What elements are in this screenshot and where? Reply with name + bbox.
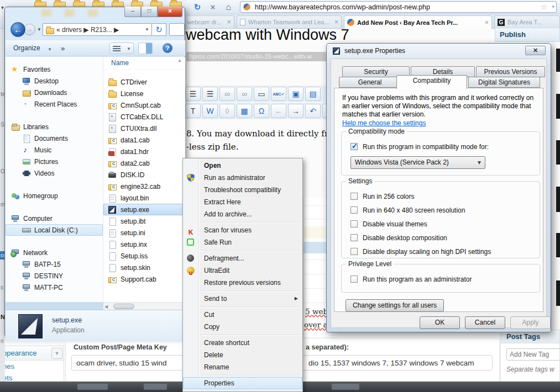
sidebar-item-destiny[interactable]: DESTINY — [6, 270, 103, 282]
url-dropdown-icon[interactable]: ▾ — [552, 4, 554, 9]
sidebar-item-favorites[interactable]: Favorites — [6, 63, 103, 75]
sidebar-item-music[interactable]: Music — [6, 144, 103, 156]
checkbox-disable-visual-themes[interactable] — [350, 220, 358, 227]
ok-button[interactable]: OK — [420, 316, 460, 329]
tab-close-icon[interactable]: × — [227, 18, 231, 26]
add-new-tag-input[interactable] — [506, 348, 560, 361]
sidebar-item-downloads[interactable]: Downloads — [6, 87, 103, 98]
file-row-data2-cab[interactable]: data2.cab — [103, 157, 185, 169]
file-row-engine32-cab[interactable]: engine32.cab — [103, 181, 185, 192]
editor-align-right-button[interactable]: ☰ — [202, 87, 218, 101]
file-row-license[interactable]: License — [103, 88, 185, 99]
checkbox-disable-display-scaling-on-high-dpi-settings[interactable] — [350, 248, 358, 255]
compatibility-mode-checkbox[interactable] — [350, 143, 358, 150]
address-dropdown-icon[interactable]: ▼ — [145, 27, 149, 32]
sidebar-item-batp-15[interactable]: BATP-15 — [6, 258, 103, 270]
menu-item-ultraedit[interactable]: UltraEdit — [183, 264, 302, 277]
toolbar-overflow-chevron[interactable]: » — [61, 40, 65, 56]
editor-indent-button[interactable]: → — [288, 104, 303, 118]
file-row-setup-ini[interactable]: setup.ini — [103, 227, 185, 239]
home-icon[interactable]: ⌂ — [222, 2, 234, 13]
forward-button[interactable]: → — [24, 24, 35, 35]
menu-item-extract-here[interactable]: Extract Here — [183, 196, 302, 208]
scrollbar-thumb[interactable] — [113, 304, 134, 309]
sidebar-item-recent-places[interactable]: Recent Places — [6, 98, 103, 110]
menu-item-copy[interactable]: Copy — [183, 321, 302, 333]
url-bar[interactable]: http://www.bayareatechpros.com/wp-admin/… — [240, 1, 557, 13]
sidebar-item-libraries[interactable]: Libraries — [6, 121, 103, 133]
file-row-disk-id[interactable]: DISK.ID — [103, 169, 185, 181]
file-row-data1-hdr[interactable]: data1.hdr — [103, 146, 185, 157]
sidebar-item-desktop[interactable]: Desktop — [6, 75, 103, 87]
scroll-up-icon[interactable]: ▲ — [177, 58, 182, 63]
help-button[interactable]: ? — [163, 43, 172, 53]
search-box[interactable] — [169, 23, 185, 36]
menu-item-add-to-archive[interactable]: Add to archive... — [183, 208, 302, 220]
dialog-tab-previous-versions[interactable]: Previous Versions — [476, 66, 545, 77]
editor-kitchen-sink-button[interactable]: ▤ — [305, 87, 321, 101]
sidebar-item-computer[interactable]: Computer — [6, 213, 103, 224]
menu-item-delete[interactable]: Delete — [183, 349, 302, 361]
dialog-tab-digital-signatures[interactable]: Digital Signatures — [468, 77, 540, 88]
editor-paste-word-button[interactable]: W — [202, 104, 218, 118]
sidebar-item-pictures[interactable]: Pictures — [6, 156, 103, 167]
minimize-button[interactable]: – — [124, 7, 141, 17]
file-row-setup-iss[interactable]: Setup.iss — [103, 250, 185, 262]
file-row-layout-bin[interactable]: layout.bin — [103, 192, 185, 204]
menu-item-send-to[interactable]: Send to▶ — [183, 293, 302, 305]
address-bar[interactable]: « drivers ▶ R213... ▶ ▼ — [43, 23, 152, 36]
dialog-tab-compatibility[interactable]: Compatibility — [396, 75, 467, 89]
checkbox-run-in-640-x-480-screen-resolution[interactable] — [350, 206, 358, 214]
menu-item-open[interactable]: Open — [183, 160, 302, 172]
run-as-administrator-checkbox[interactable] — [350, 276, 358, 283]
menu-item-rename[interactable]: Rename — [183, 361, 302, 373]
sidebar-item-homegroup[interactable]: Homegroup — [6, 190, 103, 202]
refresh-button[interactable]: ↻ — [152, 23, 166, 36]
file-row-setup-skin[interactable]: setup.skin — [103, 262, 185, 273]
reload-icon[interactable]: ↻ — [191, 2, 203, 13]
dialog-close-button[interactable]: ✕ — [525, 46, 546, 55]
apply-button[interactable]: Apply — [510, 316, 551, 329]
menu-item-cut[interactable]: Cut — [183, 309, 302, 321]
editor-paste-text-button[interactable]: T — [185, 104, 201, 118]
sidebar-item-local-disk-c[interactable]: Local Disk (C:) — [6, 224, 103, 236]
appearance-item[interactable]: nes — [1, 361, 64, 372]
editor-link-button[interactable]: ∞ — [219, 87, 235, 101]
file-row-support-cab[interactable]: Support.cab — [103, 273, 185, 285]
file-row-setup-exe[interactable]: setup.exe — [103, 204, 185, 215]
sidebar-item-videos[interactable]: Videos — [6, 167, 103, 179]
organize-button[interactable]: Organize — [13, 40, 40, 56]
file-row-setup-ibt[interactable]: setup.ibt — [103, 215, 185, 227]
editor-align-center-button[interactable]: ☰ — [185, 87, 201, 101]
editor-insert-media-button[interactable]: ▦ — [237, 104, 252, 118]
horizontal-scrollbar[interactable]: ◀ — [103, 302, 185, 310]
close-button[interactable]: × — [158, 7, 182, 17]
preview-pane-button[interactable] — [138, 43, 153, 54]
sidebar-item-matt-pc[interactable]: MATT-PC — [6, 282, 103, 293]
editor-special-char-button[interactable]: Ω — [254, 104, 269, 118]
change-settings-all-users-button[interactable]: Change settings for all users — [346, 299, 444, 312]
editor-spellcheck-button[interactable]: ABC✓ — [271, 87, 286, 101]
scroll-left-icon[interactable]: ◀ — [104, 304, 108, 309]
appearance-item[interactable]: ets — [1, 372, 64, 382]
file-row-data1-cab[interactable]: data1.cab — [103, 134, 185, 146]
change-view-button[interactable]: ▼ — [109, 43, 134, 54]
menu-item-troubleshoot-compatibility[interactable]: Troubleshoot compatibility — [183, 184, 302, 196]
menu-item-run-as-administrator[interactable]: Run as administrator — [183, 172, 302, 184]
bookmark-star-icon[interactable]: ☆ — [541, 3, 547, 11]
editor-undo-button[interactable]: ↶ — [305, 104, 321, 118]
column-header-name[interactable]: Name — [111, 59, 129, 67]
chevron-down-icon[interactable]: ▼ — [51, 348, 62, 359]
sidebar-item-documents[interactable]: Documents — [6, 133, 103, 144]
editor-remove-format-button[interactable]: ◊ — [219, 104, 235, 118]
file-row-cmnsupt-cab[interactable]: CmnSupt.cab — [103, 99, 185, 111]
editor-outdent-button[interactable]: ← — [271, 104, 286, 118]
tab-close-icon[interactable]: × — [485, 19, 489, 27]
menu-item-restore-previous-versions[interactable]: Restore previous versions — [183, 277, 302, 289]
menu-item-safe-run[interactable]: Safe Run — [183, 236, 302, 248]
editor-unlink-button[interactable]: ∞ — [237, 87, 252, 101]
checkbox-run-in-256-colors[interactable] — [350, 193, 358, 200]
editor-insert-more-button[interactable]: ▭ — [254, 87, 269, 101]
history-dropdown-icon[interactable]: ▼ — [37, 27, 41, 32]
maximize-button[interactable]: □ — [141, 7, 158, 17]
